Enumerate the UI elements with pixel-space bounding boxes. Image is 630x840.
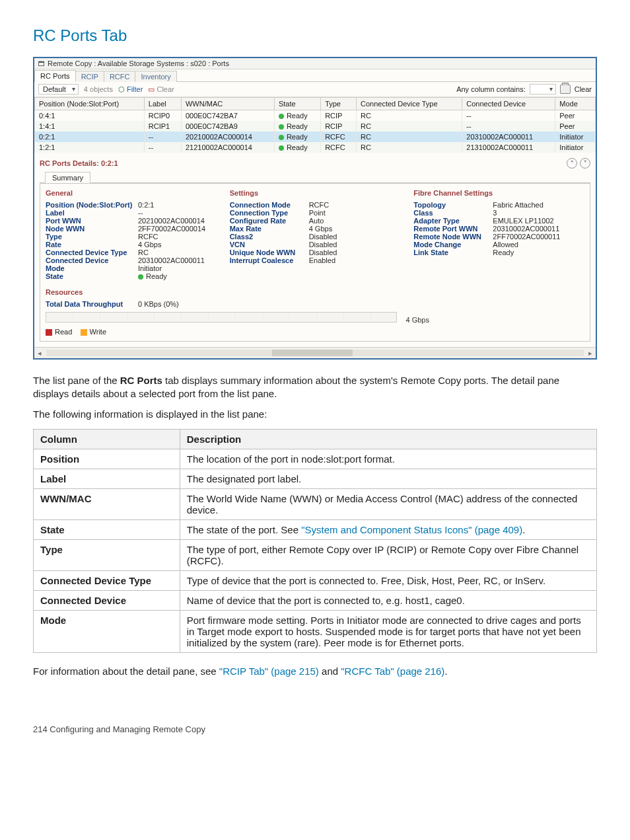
col-state[interactable]: State <box>274 98 320 110</box>
desc-row: StateThe state of the port. See "System … <box>34 519 597 539</box>
clear-button-right[interactable]: Clear <box>575 85 592 93</box>
window-icon: 🗔 <box>38 60 45 67</box>
cell: 0:2:1 <box>35 132 145 142</box>
desc-column-text: The location of the port in node:slot:po… <box>180 449 596 469</box>
kv-value: 0:2:1 <box>138 201 154 209</box>
column-description-table: Column Description PositionThe location … <box>33 429 597 653</box>
cell: RCFC <box>321 142 357 153</box>
collapse-up-icon[interactable]: ˄ <box>567 158 577 169</box>
kv-value: Ready <box>493 248 514 256</box>
page-footer: 214 Configuring and Managing Remote Copy <box>33 724 597 734</box>
settings-title: Settings <box>230 189 401 197</box>
collapse-down-icon[interactable]: ˅ <box>580 158 590 169</box>
col-type[interactable]: Type <box>321 98 357 110</box>
tab-rcip[interactable]: RCIP <box>75 71 104 82</box>
legend-write-swatch <box>81 329 87 336</box>
desc-column-name: Mode <box>34 610 180 652</box>
kv-key: Connection Type <box>230 209 309 217</box>
print-icon[interactable] <box>560 85 571 94</box>
filter-icon: ⬡ <box>118 85 125 93</box>
search-dropdown[interactable] <box>530 84 556 95</box>
kv-row: Class2Disabled <box>230 233 401 241</box>
general-title: General <box>46 189 217 197</box>
col-mode[interactable]: Mode <box>555 98 596 110</box>
rc-ports-bold: RC Ports <box>120 375 162 386</box>
kv-key: Interrupt Coalesce <box>230 256 309 264</box>
kv-row: Rate4 Gbps <box>46 241 217 248</box>
cell: Initiator <box>555 132 596 142</box>
link-rcip-tab[interactable]: "RCIP Tab" (page 215) <box>219 666 319 677</box>
window-title-text: Remote Copy : Available Storage Systems … <box>48 59 229 67</box>
subtab-summary[interactable]: Summary <box>45 172 90 183</box>
col-conn-dev-type[interactable]: Connected Device Type <box>357 98 462 110</box>
kv-key: Port WWN <box>46 217 138 225</box>
cell: 21210002AC000014 <box>181 142 274 153</box>
clear-button-left[interactable]: ▭ Clear <box>148 85 174 94</box>
kv-value: Initiator <box>138 264 162 272</box>
kv-value: 20310002AC000011 <box>493 225 559 233</box>
desc-head-column: Column <box>34 429 180 449</box>
fcs-col: Fibre Channel Settings TopologyFabric At… <box>413 189 584 280</box>
desc-column-text: Type of device that the port is connecte… <box>180 570 596 590</box>
desc-column-text: Name of device that the port is connecte… <box>180 590 596 610</box>
kv-key: Label <box>46 209 138 217</box>
table-row[interactable]: 1:2:1--21210002AC000014ReadyRCFCRC213100… <box>35 142 596 153</box>
kv-row: Connection TypePoint <box>230 209 401 217</box>
kv-value: 2FF70002AC000011 <box>493 233 560 241</box>
table-row[interactable]: 0:2:1--20210002AC000014ReadyRCFCRC203100… <box>35 132 596 142</box>
kv-key: Adapter Type <box>413 217 493 225</box>
kv-row: StateReady <box>46 272 217 280</box>
kv-value: Disabled <box>309 233 337 241</box>
cell: RCIP0 <box>144 110 181 122</box>
cell: Ready <box>274 132 320 142</box>
kv-row: ModeInitiator <box>46 264 217 272</box>
col-conn-dev[interactable]: Connected Device <box>462 98 555 110</box>
page-title: RC Ports Tab <box>33 26 597 45</box>
desc-column-name: Label <box>34 469 180 488</box>
throughput-value: 0 KBps (0%) <box>138 300 179 308</box>
cell: RC <box>357 110 462 122</box>
col-position[interactable]: Position (Node:Slot:Port) <box>35 98 145 110</box>
closing-paragraph: For information about the detail pane, s… <box>33 665 597 678</box>
settings-col: Settings Connection ModeRCFCConnection T… <box>230 189 401 280</box>
col-label[interactable]: Label <box>144 98 181 110</box>
tab-rc-ports[interactable]: RC Ports <box>34 70 76 82</box>
kv-key: Configured Rate <box>230 217 309 225</box>
table-row[interactable]: 1:4:1RCIP1000E0C742BA9ReadyRCIPRC--Peer <box>35 121 596 132</box>
table-row[interactable]: 0:4:1RCIP0000E0C742BA7ReadyRCIPRC--Peer <box>35 110 596 122</box>
cell: 000E0C742BA7 <box>181 110 274 122</box>
kv-key: Remote Port WWN <box>413 225 493 233</box>
kv-key: Node WWN <box>46 225 138 233</box>
kv-row: Node WWN2FF70002AC000014 <box>46 225 217 233</box>
scroll-right-icon[interactable]: ▸ <box>585 349 596 358</box>
kv-row: VCNDisabled <box>230 241 401 248</box>
link-rcfc-tab[interactable]: "RCFC Tab" (page 216) <box>341 666 444 677</box>
tab-rcfc[interactable]: RCFC <box>104 71 136 82</box>
desc-column-name: Position <box>34 449 180 469</box>
doc-link[interactable]: "System and Component Status Icons" (pag… <box>301 524 522 535</box>
details-panel: General Position (Node:Slot:Port)0:2:1La… <box>40 183 590 342</box>
desc-column-text: The type of port, either Remote Copy ove… <box>180 539 596 570</box>
cell: 1:2:1 <box>35 142 145 153</box>
cell: -- <box>144 142 181 153</box>
cell: 000E0C742BA9 <box>181 121 274 132</box>
kv-row: Label-- <box>46 209 217 217</box>
filter-button[interactable]: ⬡ Filter <box>118 85 143 94</box>
cell: RC <box>357 132 462 142</box>
col-wwnmac[interactable]: WWN/MAC <box>181 98 274 110</box>
kv-key: Connected Device Type <box>46 248 138 256</box>
kv-value: Fabric Attached <box>493 201 543 209</box>
view-dropdown[interactable]: Default <box>38 84 79 95</box>
kv-key: Remote Node WWN <box>413 233 493 241</box>
kv-row: Connection ModeRCFC <box>230 201 401 209</box>
details-title: RC Ports Details: 0:2:1 <box>40 159 118 167</box>
scroll-left-icon[interactable]: ◂ <box>34 349 45 358</box>
cell: RCIP <box>321 121 357 132</box>
legend-read-swatch <box>46 329 52 336</box>
tab-inventory[interactable]: Inventory <box>135 71 176 82</box>
kv-value: 3 <box>493 209 497 217</box>
fcs-title: Fibre Channel Settings <box>413 189 584 197</box>
cell: 0:4:1 <box>35 110 145 122</box>
horizontal-scrollbar[interactable]: ◂ ▸ <box>34 347 596 358</box>
kv-value: Allowed <box>493 241 518 248</box>
